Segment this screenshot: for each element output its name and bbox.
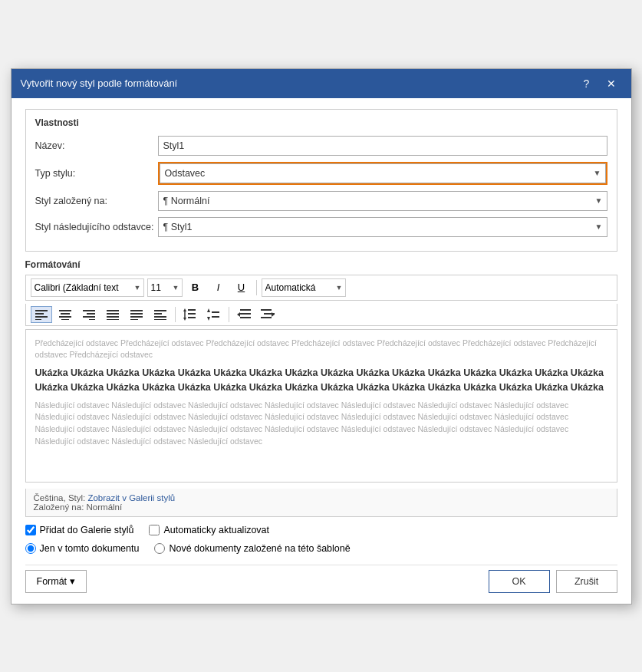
- next-style-field-row: Styl následujícího odstavce: ¶ Styl1 ¶ N…: [35, 217, 607, 237]
- align-divider1: [175, 307, 176, 322]
- align-divider2: [229, 307, 229, 322]
- svg-rect-2: [35, 316, 48, 318]
- svg-rect-5: [61, 313, 70, 315]
- font-toolbar: Calibri (Základní text ▼ 11 8 9 10 12 14…: [25, 275, 617, 301]
- preview-prev-text: Předcházející odstavec Předcházející ods…: [35, 338, 607, 362]
- title-bar-buttons: ? ✕: [576, 75, 622, 92]
- radio-row: Jen v tomto dokumentu Nové dokumenty zal…: [25, 543, 617, 554]
- based-on-label: Styl založený na:: [35, 196, 158, 206]
- underline-button[interactable]: U: [232, 278, 252, 297]
- svg-marker-32: [207, 308, 210, 312]
- type-select[interactable]: Odstavec Znak Propojený Tabulka Seznam: [160, 163, 606, 183]
- align-left-icon: [35, 309, 48, 320]
- title-bar: Vytvořit nový styl podle formátování ? ✕: [12, 69, 631, 98]
- type-select-wrapper: Odstavec Znak Propojený Tabulka Seznam ▼: [158, 162, 607, 185]
- color-select[interactable]: Automatická: [262, 278, 346, 297]
- align-center-button[interactable]: [54, 306, 76, 323]
- paragraph-spacing-button[interactable]: [203, 306, 225, 323]
- style-info: Čeština, Styl: Zobrazit v Galerii stylů …: [25, 489, 617, 517]
- svg-rect-8: [83, 310, 95, 311]
- add-to-gallery-checkbox[interactable]: [25, 525, 36, 535]
- only-doc-label[interactable]: Jen v tomto dokumentu: [25, 543, 140, 554]
- style-info-line1: Čeština, Styl: Zobrazit v Galerii stylů: [34, 493, 609, 502]
- new-docs-radio[interactable]: [154, 543, 165, 554]
- svg-rect-23: [154, 319, 166, 320]
- auto-update-checkbox[interactable]: [149, 525, 160, 535]
- svg-marker-28: [183, 318, 186, 321]
- auto-update-label[interactable]: Automaticky aktualizovat: [149, 525, 269, 535]
- decrease-indent-icon: [237, 309, 251, 320]
- justify-low-button[interactable]: [126, 306, 147, 323]
- color-select-wrapper: Automatická ▼: [262, 278, 346, 297]
- properties-title: Vlastnosti: [35, 117, 607, 128]
- add-to-gallery-text: Přidat do Galerie stylů: [40, 525, 134, 535]
- italic-button[interactable]: I: [209, 278, 229, 297]
- only-doc-text: Jen v tomto dokumentu: [40, 543, 140, 554]
- button-row: Formát ▾ OK Zrušit: [25, 565, 617, 593]
- format-button[interactable]: Formát ▾: [25, 570, 87, 593]
- dialog-actions: OK Zrušit: [489, 570, 617, 593]
- next-style-select[interactable]: ¶ Styl1 ¶ Normální: [158, 217, 607, 237]
- decrease-indent-button[interactable]: [233, 306, 255, 323]
- only-doc-radio[interactable]: [25, 543, 36, 554]
- name-input[interactable]: [158, 136, 607, 156]
- svg-rect-3: [35, 319, 41, 320]
- svg-rect-13: [107, 313, 119, 315]
- svg-rect-17: [130, 313, 143, 315]
- svg-rect-7: [61, 319, 69, 320]
- align-left-button[interactable]: [31, 306, 52, 323]
- align-justify-icon: [107, 309, 119, 320]
- new-docs-text: Nové dokumenty založené na této šabloně: [169, 543, 350, 554]
- svg-marker-37: [237, 312, 240, 317]
- based-on-select-wrapper: ¶ Normální ¶ Nadpis 1 ¶ Nadpis 2 ▼: [158, 191, 607, 211]
- dialog-window: Vytvořit nový styl podle formátování ? ✕…: [11, 68, 632, 604]
- new-docs-label[interactable]: Nové dokumenty založené na této šabloně: [154, 543, 350, 554]
- svg-rect-1: [35, 313, 44, 315]
- svg-marker-27: [183, 308, 186, 311]
- formatting-title: Formátování: [25, 259, 617, 270]
- cancel-button[interactable]: Zrušit: [556, 570, 617, 593]
- size-select[interactable]: 11 8 9 10 12 14: [147, 278, 183, 297]
- svg-rect-36: [240, 317, 251, 318]
- justify-low-icon: [130, 309, 143, 320]
- next-style-select-wrapper: ¶ Styl1 ¶ Normální ▼: [158, 217, 607, 237]
- svg-rect-4: [59, 310, 71, 311]
- add-to-gallery-label[interactable]: Přidat do Galerie stylů: [25, 525, 134, 535]
- align-justify-button[interactable]: [102, 306, 123, 323]
- svg-rect-20: [154, 310, 166, 311]
- align-right-button[interactable]: [78, 306, 100, 323]
- svg-rect-19: [130, 319, 138, 320]
- justify-high-button[interactable]: [150, 306, 171, 323]
- svg-marker-41: [272, 312, 275, 317]
- style-info-gallery-link[interactable]: Zobrazit v Galerii stylů: [87, 493, 175, 502]
- paragraph-spacing-icon: [207, 308, 221, 321]
- font-select-wrapper: Calibri (Základní text ▼: [31, 278, 144, 297]
- svg-rect-35: [240, 313, 251, 315]
- style-info-lang: Čeština, Styl:: [34, 493, 88, 502]
- type-field-row: Typ stylu: Odstavec Znak Propojený Tabul…: [35, 162, 607, 185]
- justify-high-icon: [154, 309, 166, 320]
- line-spacing-icon: [183, 308, 197, 321]
- close-button[interactable]: ✕: [601, 75, 622, 92]
- properties-section: Vlastnosti Název: Typ stylu: Odstavec Zn…: [25, 109, 617, 252]
- svg-rect-34: [240, 309, 251, 311]
- line-spacing-button[interactable]: [179, 306, 201, 323]
- svg-rect-11: [89, 319, 95, 320]
- svg-rect-18: [130, 316, 143, 318]
- bold-button[interactable]: B: [186, 278, 206, 297]
- preview-area: Předcházející odstavec Předcházející ods…: [25, 329, 617, 483]
- name-label: Název:: [35, 140, 158, 151]
- font-select[interactable]: Calibri (Základní text: [31, 278, 144, 297]
- based-on-select[interactable]: ¶ Normální ¶ Nadpis 1 ¶ Nadpis 2: [158, 191, 607, 211]
- svg-rect-40: [261, 317, 272, 318]
- svg-rect-6: [59, 316, 71, 318]
- preview-next-text: Následující odstavec Následující odstave…: [35, 400, 607, 448]
- dialog-title: Vytvořit nový styl podle formátování: [21, 77, 178, 89]
- help-button[interactable]: ?: [576, 75, 598, 92]
- based-on-field-row: Styl založený na: ¶ Normální ¶ Nadpis 1 …: [35, 191, 607, 211]
- toolbar-divider: [256, 280, 257, 295]
- svg-rect-38: [261, 309, 272, 311]
- increase-indent-button[interactable]: [257, 306, 278, 323]
- svg-rect-0: [35, 310, 48, 311]
- ok-button[interactable]: OK: [489, 570, 550, 593]
